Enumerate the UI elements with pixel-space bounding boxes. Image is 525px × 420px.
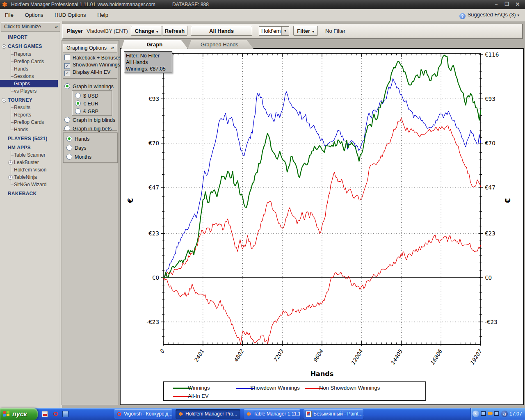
sidebar-item-tourney-reports[interactable]: Reports bbox=[0, 111, 60, 119]
winnings-graph: €116€116€93€93€70€70€47€47€23€23€0€0-€23… bbox=[120, 48, 524, 405]
show-desktop-icon[interactable] bbox=[62, 411, 68, 417]
svg-text:Hands: Hands bbox=[310, 370, 334, 378]
checkbox-showdown-winnings[interactable]: ✓Showdown Winnings bbox=[64, 62, 120, 68]
taskbar-window-table-manager[interactable]: ✽Table Manager 1.11.1 bbox=[244, 409, 300, 419]
sidebar-item-rakeback[interactable]: RAKEBACK bbox=[0, 190, 60, 197]
radio-selected-icon[interactable] bbox=[66, 136, 72, 142]
tooltip-hands: All Hands bbox=[126, 59, 172, 66]
antivirus-tray-icon[interactable]: a bbox=[501, 411, 508, 417]
radio-months[interactable]: Months bbox=[66, 154, 91, 160]
radio-selected-icon[interactable] bbox=[75, 100, 81, 106]
menu-help[interactable]: Help bbox=[92, 9, 113, 21]
svg-text:€47: €47 bbox=[485, 184, 495, 191]
collapse-left-icon[interactable]: « bbox=[55, 23, 58, 31]
radio-days[interactable]: Days bbox=[66, 145, 86, 151]
sidebar-minimize-bar[interactable]: Click to Minimize« bbox=[1, 22, 61, 32]
collapse-left-icon[interactable]: « bbox=[111, 43, 114, 52]
sidebar-item-tourney[interactable]: −TOURNEY bbox=[0, 96, 60, 104]
close-button[interactable]: ✕ bbox=[513, 1, 523, 8]
legend-showdown-label: Showdown Winnings bbox=[250, 385, 300, 391]
caret-down-icon: ▾ bbox=[312, 30, 314, 34]
checkbox-checked-icon[interactable]: ✓ bbox=[64, 71, 70, 76]
radio-eur[interactable]: € EUR bbox=[75, 100, 98, 107]
sidebar-item-tableninja[interactable]: +TableNinja bbox=[0, 173, 60, 181]
checkbox-checked-icon[interactable]: ✓ bbox=[64, 63, 70, 69]
svg-text:-€23: -€23 bbox=[146, 319, 159, 325]
suggested-faqs[interactable]: ?Suggested FAQs (3)▾ bbox=[459, 11, 519, 19]
start-button[interactable]: пуск bbox=[0, 408, 38, 420]
vendor-url: www.holdemmanager.com bbox=[98, 2, 155, 7]
minimize-button[interactable]: – bbox=[491, 1, 501, 8]
expand-plus-icon[interactable]: + bbox=[8, 175, 13, 180]
svg-text:€0: €0 bbox=[485, 274, 492, 281]
svg-text:14405: 14405 bbox=[389, 348, 404, 366]
opera-quicklaunch-icon[interactable]: O bbox=[52, 411, 59, 417]
radio-icon[interactable] bbox=[66, 145, 72, 151]
checkbox-rakeback-bonuses[interactable]: Rakeback + Bonuses bbox=[64, 55, 121, 61]
filter-button[interactable]: Filter▾ bbox=[293, 26, 318, 36]
tray-chevron-icon[interactable]: ‹ bbox=[472, 411, 479, 417]
sidebar-item-holdem-vision[interactable]: Hold'em Vision bbox=[0, 166, 60, 173]
tab-graphed-hands[interactable]: Graphed Hands bbox=[185, 40, 253, 49]
network-monitor-icon[interactable] bbox=[494, 411, 499, 416]
expand-minus-icon[interactable]: − bbox=[2, 98, 6, 103]
radio-graph-in-big-blinds[interactable]: Graph in big blinds bbox=[64, 117, 115, 123]
checkbox-display-allin-ev[interactable]: ✓Display All-In EV bbox=[64, 69, 110, 76]
sidebar-item-sitngo-wizard[interactable]: SitNGo Wizard bbox=[0, 181, 60, 188]
system-tray: ‹ a 17:07 bbox=[470, 408, 525, 420]
radio-usd[interactable]: $ USD bbox=[75, 93, 98, 99]
svg-text:€: € bbox=[126, 198, 135, 203]
radio-icon[interactable] bbox=[66, 154, 72, 160]
sidebar-item-cash-sessions[interactable]: Sessions bbox=[0, 73, 60, 80]
sidebar-item-cash-preflop-cards[interactable]: Preflop Cards bbox=[0, 58, 60, 65]
sidebar-item-tourney-results[interactable]: Results bbox=[0, 104, 60, 111]
svg-text:2401: 2401 bbox=[193, 349, 205, 363]
game-type-select[interactable]: Hold'em ▾ bbox=[259, 26, 289, 36]
radio-icon[interactable] bbox=[75, 93, 81, 98]
radio-gbp[interactable]: £ GBP bbox=[75, 108, 98, 115]
restore-button[interactable]: ❐ bbox=[502, 1, 512, 8]
sidebar-item-leakbuster[interactable]: +LeakBuster bbox=[0, 159, 60, 166]
refresh-button[interactable]: Refresh bbox=[162, 26, 187, 36]
sidebar-item-cash-vs-players[interactable]: vs Players bbox=[0, 87, 60, 95]
menu-file[interactable]: File bbox=[0, 9, 18, 21]
radio-hands[interactable]: Hands bbox=[66, 136, 89, 142]
dropdown-arrow-icon[interactable]: ▾ bbox=[281, 27, 289, 35]
faq-label: Suggested FAQs (3) bbox=[468, 11, 516, 18]
change-button[interactable]: Change▾ bbox=[131, 26, 162, 36]
svg-text:€: € bbox=[504, 198, 512, 203]
sidebar-item-cash-reports[interactable]: Reports bbox=[0, 50, 60, 58]
checkbox-icon[interactable] bbox=[64, 55, 70, 60]
radio-graph-in-winnings[interactable]: Graph in winnings bbox=[64, 83, 114, 90]
radio-icon[interactable] bbox=[75, 108, 81, 114]
sidebar-item-cash-graphs[interactable]: Graphs bbox=[0, 80, 60, 87]
expand-plus-icon[interactable]: + bbox=[8, 160, 13, 165]
modem-icon[interactable] bbox=[488, 412, 493, 415]
svg-text:€70: €70 bbox=[148, 140, 159, 146]
sidebar-item-cash-games[interactable]: −CASH GAMES bbox=[0, 43, 60, 50]
menu-hud-options[interactable]: HUD Options bbox=[50, 9, 91, 21]
sidebar-item-tourney-hands[interactable]: Hands bbox=[0, 126, 60, 133]
sidebar-item-cash-hands[interactable]: Hands bbox=[0, 65, 60, 73]
taskbar-window-paint[interactable]: Безымянный - Paint.... bbox=[304, 409, 363, 419]
sidebar-item-hm-apps[interactable]: HM APPS bbox=[0, 144, 60, 151]
taskbar-window-holdem-manager[interactable]: ✽Hold'em Manager Pro... bbox=[176, 409, 240, 419]
menu-options[interactable]: Options bbox=[20, 9, 48, 21]
sidebar-item-table-scanner[interactable]: Table Scanner bbox=[0, 151, 60, 159]
radio-selected-icon[interactable] bbox=[64, 83, 70, 89]
radio-icon[interactable] bbox=[64, 117, 70, 123]
expand-minus-icon[interactable]: − bbox=[2, 44, 6, 49]
sidebar-item-import[interactable]: IMPORT bbox=[0, 34, 60, 41]
windows-flag-icon bbox=[3, 411, 10, 418]
help-icon: ? bbox=[459, 13, 466, 19]
graphing-options-header[interactable]: Graphing Options« bbox=[63, 43, 117, 53]
svg-text:7203: 7203 bbox=[272, 348, 285, 363]
network-monitor-icon[interactable] bbox=[481, 411, 486, 416]
taskbar-clock: 17:07 bbox=[509, 411, 522, 417]
all-hands-button[interactable]: All Hands bbox=[191, 26, 252, 36]
tab-graph[interactable]: Graph bbox=[121, 40, 188, 49]
save-quicklaunch-icon[interactable] bbox=[42, 411, 48, 417]
taskbar-window-vigorish[interactable]: OVigorish · Конкурс д... bbox=[114, 409, 172, 419]
sidebar-item-tourney-preflop-cards[interactable]: Preflop Cards bbox=[0, 119, 60, 126]
sidebar-item-players[interactable]: PLAYERS (5421) bbox=[0, 135, 60, 142]
